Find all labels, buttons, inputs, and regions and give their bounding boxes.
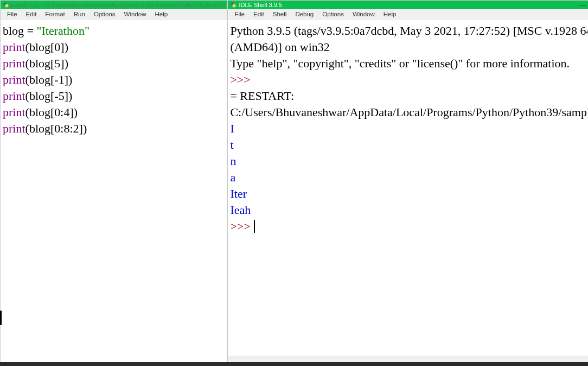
menu-help[interactable]: Help: [150, 10, 172, 18]
text-cursor: [254, 220, 255, 233]
shell-window: IDLE Shell 3.9.5 — ☐ ✕ File Edit Shell D…: [227, 0, 588, 366]
menu-help[interactable]: Help: [379, 10, 401, 18]
code-line: print(blog[5]): [3, 55, 225, 72]
shell-output: t: [230, 137, 588, 153]
menu-edit[interactable]: Edit: [249, 10, 269, 18]
menu-file[interactable]: File: [3, 10, 22, 18]
python-icon: [230, 2, 237, 8]
shell-banner: Python 3.9.5 (tags/v3.9.5:0a7dcbd, May 3…: [230, 23, 588, 55]
code-line: print(blog[0:8:2]): [3, 121, 225, 137]
code-line: print(blog[-1]): [3, 72, 225, 88]
taskbar-strip: [0, 362, 588, 366]
shell-output: Ieah: [230, 202, 588, 218]
svg-point-3: [233, 4, 236, 8]
editor-window: sample1.py - C:/Users/Bhuvaneshwar/AppDa…: [0, 0, 227, 366]
shell-menubar: File Edit Shell Debug Options Window Hel…: [228, 9, 588, 20]
editor-menubar: File Edit Format Run Options Window Help: [1, 9, 227, 20]
menu-debug[interactable]: Debug: [291, 10, 318, 18]
svg-point-1: [5, 4, 9, 8]
shell-output: Iter: [230, 186, 588, 202]
menu-format[interactable]: Format: [41, 10, 69, 18]
shell-restart: = RESTART: C:/Users/Bhuvaneshwar/AppData…: [230, 88, 588, 121]
shell-banner: Type "help", "copyright", "credits" or "…: [230, 55, 588, 72]
code-line: blog = "Iterathon": [3, 23, 225, 39]
menu-file[interactable]: File: [230, 10, 249, 18]
shell-output: I: [230, 121, 588, 137]
minimize-button[interactable]: —: [576, 1, 588, 9]
shell-output: n: [230, 153, 588, 169]
shell-prompt-line: >>>: [230, 218, 588, 235]
shell-titlebar[interactable]: IDLE Shell 3.9.5 — ☐ ✕: [228, 1, 588, 9]
menu-window[interactable]: Window: [120, 10, 151, 18]
menu-window[interactable]: Window: [348, 10, 379, 18]
menu-shell[interactable]: Shell: [269, 10, 291, 18]
menu-run[interactable]: Run: [69, 10, 90, 18]
menu-edit[interactable]: Edit: [22, 10, 41, 18]
shell-content[interactable]: Python 3.9.5 (tags/v3.9.5:0a7dcbd, May 3…: [228, 20, 588, 356]
python-icon: [3, 2, 9, 8]
shell-prompt-line: >>>: [230, 72, 588, 88]
code-line: print(blog[0]): [3, 39, 225, 55]
menu-options[interactable]: Options: [90, 10, 120, 18]
shell-title: IDLE Shell 3.9.5: [239, 2, 282, 8]
editor-title: sample1.py - C:/Users/Bhuvaneshwar/AppDa…: [9, 2, 225, 8]
decorative-edge: [0, 311, 2, 325]
shell-output: a: [230, 169, 588, 186]
code-line: print(blog[0:4]): [3, 104, 225, 121]
code-line: print(blog[-5]): [3, 88, 225, 104]
editor-titlebar[interactable]: sample1.py - C:/Users/Bhuvaneshwar/AppDa…: [1, 1, 227, 9]
editor-content[interactable]: blog = "Iterathon" print(blog[0]) print(…: [1, 20, 227, 365]
menu-options[interactable]: Options: [318, 10, 348, 18]
